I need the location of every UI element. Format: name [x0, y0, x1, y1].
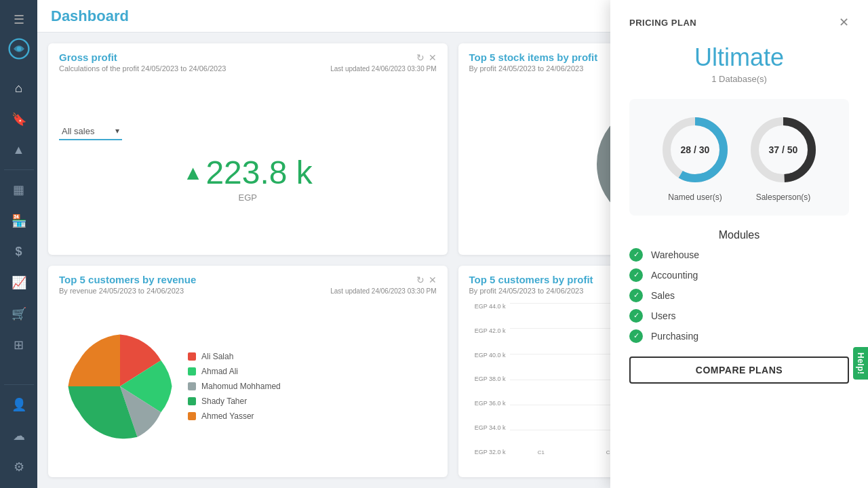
cloud-icon: ☁ [13, 428, 25, 443]
check-sales-icon: ✓ [629, 289, 643, 302]
top-customers-revenue-title: Top 5 customers by revenue [59, 274, 196, 285]
sidebar-item-users[interactable]: 👤 [0, 390, 37, 419]
sales-dropdown[interactable]: All sales By category By product [59, 123, 122, 140]
module-purchasing: ✓ Purchasing [629, 329, 849, 343]
donut-salesperson: 37 / 50 [746, 113, 821, 187]
y-label-34: EGP 34.0 k [469, 424, 506, 431]
legend-item-mahomud: Mahomud Mohhamed [188, 382, 437, 391]
sidebar-item-grid[interactable]: ⊞ [0, 331, 37, 359]
legend-label-ahmed-yasser: Ahmed Yasser [201, 411, 254, 421]
modules-title: Modules [629, 229, 849, 241]
module-users: ✓ Users [629, 309, 849, 323]
grid-icon: ⊞ [14, 338, 24, 352]
check-purchasing-icon: ✓ [629, 329, 643, 343]
sidebar-item-collapse[interactable]: ▲ [0, 136, 37, 164]
sidebar-item-warehouse[interactable]: 🏪 [0, 207, 37, 235]
card-gross-profit: Gross profit ↻ ✕ Calculations of the pro… [48, 43, 448, 255]
module-sales-label: Sales [651, 290, 675, 301]
legend-item-ali-salah: Ali Salah [188, 352, 437, 361]
gross-profit-subtitle: Calculations of the profit 24/05/2023 to… [59, 64, 226, 73]
gauge-salesperson-label: Salesperson(s) [756, 192, 811, 202]
check-warehouse-icon: ✓ [629, 248, 643, 262]
gross-profit-title: Gross profit [59, 52, 117, 63]
legend-color-ahmad-ali [188, 367, 196, 375]
plan-name-section: Ultimate 1 Database(s) [629, 42, 849, 85]
sidebar-divider-1 [4, 169, 34, 170]
module-sales: ✓ Sales [629, 289, 849, 302]
svg-text:28 / 30: 28 / 30 [681, 144, 710, 155]
sidebar-top: ☰ [0, 7, 37, 65]
sidebar-divider-2 [4, 384, 34, 385]
help-button[interactable]: Help! [853, 347, 868, 380]
page-title: Dashboard [51, 7, 129, 25]
profit-value: ▲ 223.8 k [183, 154, 313, 191]
gauge-named-users: 28 / 30 Named user(s) [658, 113, 732, 202]
refresh-revenue-button[interactable]: ↻ [416, 274, 425, 285]
card-actions-revenue: ↻ ✕ [416, 274, 437, 285]
reports-icon: ▦ [13, 182, 24, 197]
legend-item-ahmad-ali: Ahmad Ali [188, 367, 437, 376]
gauges-section: 28 / 30 Named user(s) 37 / 50 Salesperso… [629, 99, 849, 216]
plan-subtitle: 1 Database(s) [629, 74, 849, 85]
module-accounting-label: Accounting [651, 270, 698, 281]
bookmarks-icon: 🔖 [12, 112, 26, 127]
gross-profit-body: All sales By category By product ▲ 223.8… [48, 78, 448, 255]
cart-icon: 🛒 [12, 306, 26, 321]
donut-named-users-svg: 28 / 30 [658, 113, 732, 187]
sidebar-item-reports[interactable]: ▦ [0, 176, 37, 204]
profit-currency: EGP [239, 192, 257, 203]
legend-label-shady: Shady Taher [201, 396, 247, 406]
users-icon: 👤 [12, 397, 26, 412]
sidebar-item-cart[interactable]: 🛒 [0, 300, 37, 328]
refresh-button[interactable]: ↻ [416, 52, 425, 63]
svg-text:37 / 50: 37 / 50 [769, 144, 798, 155]
sidebar-bottom: 👤 ☁ ⚙ [0, 382, 37, 481]
profit-up-arrow: ▲ [183, 161, 203, 184]
sidebar-item-settings[interactable]: ⚙ [0, 453, 37, 481]
finance-icon: $ [15, 245, 22, 259]
sidebar-item-cloud[interactable]: ☁ [0, 422, 37, 450]
module-purchasing-label: Purchasing [651, 331, 698, 342]
module-warehouse: ✓ Warehouse [629, 248, 849, 262]
y-label-32: EGP 32.0 k [469, 449, 506, 455]
y-axis-labels: EGP 44.0 k EGP 42.0 k EGP 40.0 k EGP 38.… [469, 303, 509, 455]
donut-named-users: 28 / 30 [658, 113, 732, 187]
close-revenue-icon[interactable]: ✕ [429, 274, 437, 285]
legend-color-ahmed-yasser [188, 412, 196, 420]
customers-revenue-body: Ali Salah Ahmad Ali Mahomud Mohhamed Sha… [48, 300, 448, 477]
legend-color-shady [188, 397, 196, 405]
y-label-40: EGP 40.0 k [469, 352, 506, 359]
check-accounting-icon: ✓ [629, 268, 643, 282]
gross-profit-updated: Last updated 24/06/2023 03:30 PM [330, 65, 436, 73]
svg-point-1 [16, 47, 20, 51]
pricing-close-button[interactable]: ✕ [839, 16, 849, 28]
close-icon[interactable]: ✕ [429, 52, 437, 63]
pricing-panel: PRICING PLAN ✕ Ultimate 1 Database(s) 28… [610, 0, 868, 488]
sidebar-item-home[interactable]: ⌂ [0, 75, 37, 102]
dropdown-wrapper: All sales By category By product [59, 123, 122, 140]
settings-icon: ⚙ [14, 460, 24, 474]
legend-label-ali-salah: Ali Salah [201, 352, 233, 361]
top-customers-revenue-updated: Last updated 24/06/2023 03:30 PM [330, 287, 436, 295]
legend-label-ahmad-ali: Ahmad Ali [201, 367, 238, 376]
card-gross-profit-header: Gross profit ↻ ✕ Calculations of the pro… [48, 43, 448, 78]
hamburger-button[interactable]: ☰ [0, 7, 37, 33]
y-label-36: EGP 36.0 k [469, 400, 506, 407]
compare-plans-button[interactable]: COMPARE PLANS [629, 357, 849, 384]
warehouse-icon: 🏪 [12, 214, 26, 228]
y-label-42: EGP 42.0 k [469, 327, 506, 334]
check-users-icon: ✓ [629, 309, 643, 323]
card-title-row: Gross profit ↻ ✕ [59, 52, 437, 63]
y-label-44: EGP 44.0 k [469, 303, 506, 310]
modules-section: Modules ✓ Warehouse ✓ Accounting ✓ Sales… [629, 229, 849, 343]
gauge-salesperson: 37 / 50 Salesperson(s) [746, 113, 821, 202]
sidebar-item-bookmarks[interactable]: 🔖 [0, 105, 37, 134]
pricing-title: PRICING PLAN [629, 18, 696, 28]
sidebar: ☰ ⌂ 🔖 ▲ ▦ 🏪 $ 📈 🛒 ⊞ 👤 [0, 0, 37, 488]
module-warehouse-label: Warehouse [651, 249, 699, 260]
plan-name: Ultimate [629, 42, 849, 74]
sidebar-item-finance[interactable]: $ [0, 238, 37, 266]
revenue-pie-chart [62, 329, 178, 444]
sidebar-item-analytics[interactable]: 📈 [0, 268, 37, 297]
legend-item-ahmed-yasser: Ahmed Yasser [188, 411, 437, 421]
